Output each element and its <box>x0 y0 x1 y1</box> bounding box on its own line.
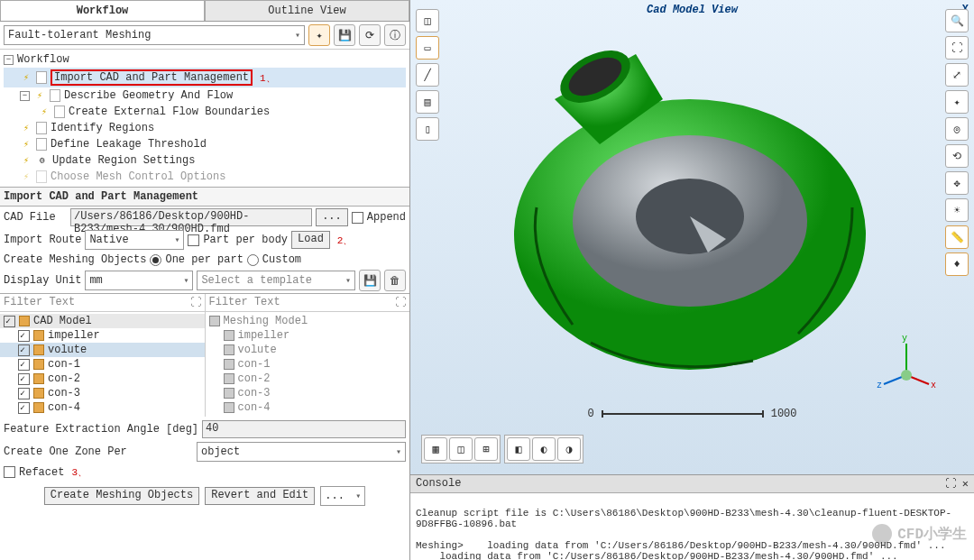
box-icon[interactable]: ▭ <box>416 36 439 60</box>
view-mode-icon[interactable]: ⊞ <box>474 437 498 461</box>
item-checkbox[interactable] <box>18 373 30 385</box>
cad-model-label: CAD Model <box>33 315 92 327</box>
measure-icon[interactable]: 📏 <box>945 225 969 249</box>
angle-input[interactable]: 40 <box>202 420 406 438</box>
page-icon <box>50 89 60 102</box>
new-icon[interactable]: ✦ <box>308 24 330 46</box>
list-item[interactable]: con-2 <box>0 372 205 386</box>
preset-combo[interactable]: Fault-tolerant Meshing <box>4 25 305 45</box>
page-icon[interactable]: ▯ <box>416 117 439 141</box>
cad-model-checkbox[interactable] <box>4 316 15 327</box>
list-item[interactable]: volute <box>206 343 410 357</box>
load-button[interactable]: Load <box>291 231 330 249</box>
line-icon[interactable]: ╱ <box>416 63 439 87</box>
tree-item-describe[interactable]: − ⚡ Describe Geometry And Flow <box>4 87 406 104</box>
zoom-area-icon[interactable]: ⛶ <box>945 36 969 60</box>
tree-item-update-region[interactable]: ⚡ ⚙ Update Region Settings <box>4 152 406 169</box>
refresh-icon[interactable]: ⟳ <box>359 24 381 46</box>
filter-text[interactable]: Filter Text <box>4 296 75 309</box>
cube-view-icon[interactable]: ◫ <box>416 9 439 32</box>
cad-viewer[interactable]: Cad Model View X ◫ ▭ ╱ ▤ ▯ 🔍 ⛶ ⤢ ✦ ◎ ⟲ ✥… <box>410 0 974 474</box>
save-icon[interactable]: 💾 <box>334 24 355 46</box>
fit-icon[interactable]: ⤢ <box>945 63 969 87</box>
zone-combo[interactable]: object <box>197 442 406 462</box>
info-icon[interactable]: ⓘ <box>384 24 406 46</box>
doc-icon[interactable]: ▤ <box>416 90 439 114</box>
gear-icon: ⚙ <box>36 154 49 167</box>
tab-workflow[interactable]: Workflow <box>0 0 205 21</box>
browse-button[interactable]: ... <box>316 208 348 226</box>
part-per-body-label: Part per body <box>203 234 288 246</box>
list-item[interactable]: con-4 <box>206 400 410 415</box>
tree-item-import-cad[interactable]: ⚡ Import CAD and Part Management 1、 <box>4 68 406 87</box>
cad-file-label: CAD File <box>4 211 67 224</box>
list-item[interactable]: volute <box>0 343 205 357</box>
bolt-icon: ⚡ <box>33 89 46 102</box>
light-icon[interactable]: ☀ <box>945 198 969 222</box>
refacet-checkbox[interactable] <box>4 466 15 478</box>
revert-edit-button[interactable]: Revert and Edit <box>205 487 315 505</box>
list-item[interactable]: impeller <box>0 328 205 343</box>
shade-icon[interactable]: ◧ <box>507 437 530 461</box>
one-per-part-radio[interactable] <box>150 254 161 266</box>
axis-icon[interactable]: ✦ <box>945 90 969 114</box>
cube-icon <box>224 402 234 413</box>
console-body[interactable]: Cleanup script file is C:\Users\86186\De… <box>410 493 974 560</box>
list-item[interactable]: con-4 <box>0 400 205 415</box>
shield-icon[interactable]: ♦ <box>945 252 969 276</box>
shade-icon[interactable]: ◑ <box>557 437 581 461</box>
part-per-body-checkbox[interactable] <box>188 234 199 246</box>
move-icon[interactable]: ✥ <box>945 171 969 195</box>
zone-value: object <box>201 445 240 458</box>
tree-item-mesh-options[interactable]: ⚡ Choose Mesh Control Options <box>4 169 406 185</box>
cube-icon <box>33 402 44 413</box>
item-checkbox[interactable] <box>18 344 30 356</box>
cube-icon <box>33 388 44 399</box>
item-label: impeller <box>48 329 100 342</box>
expand-icon[interactable]: ⛶ <box>395 296 406 309</box>
item-checkbox[interactable] <box>18 402 30 414</box>
meshing-model-header[interactable]: Meshing Model <box>206 314 410 328</box>
list-item[interactable]: con-2 <box>206 372 410 386</box>
create-meshing-objects-button[interactable]: Create Meshing Objects <box>44 487 199 505</box>
page-icon <box>54 106 65 118</box>
filter-text[interactable]: Filter Text <box>209 296 280 309</box>
template-combo[interactable]: Select a template <box>197 271 355 290</box>
tree-item-boundaries[interactable]: ⚡ Create External Flow Boundaries <box>4 104 406 120</box>
view-mode-icon[interactable]: ▦ <box>424 437 447 461</box>
expand-icon[interactable]: ⛶ <box>190 296 201 309</box>
rotate-icon[interactable]: ⟲ <box>945 144 969 168</box>
view-mode-icon[interactable]: ◫ <box>449 437 473 461</box>
zone-label: Create One Zone Per <box>4 445 193 458</box>
tree-item-label: Choose Mesh Control Options <box>51 170 225 183</box>
tree-item-leakage[interactable]: ⚡ Define Leakage Threshold <box>4 136 406 152</box>
append-checkbox[interactable] <box>352 212 363 224</box>
cad-model-header[interactable]: CAD Model <box>0 314 205 328</box>
more-combo[interactable]: ... <box>320 486 365 506</box>
list-item[interactable]: con-1 <box>206 357 410 372</box>
angle-label: Feature Extraction Angle [deg] <box>4 423 198 436</box>
axis-triad[interactable]: x y z <box>875 330 938 393</box>
import-route-combo[interactable]: Native <box>85 230 184 250</box>
tree-collapse-icon[interactable]: − <box>4 55 14 65</box>
save-template-icon[interactable]: 💾 <box>359 270 381 291</box>
cad-file-input[interactable]: /Users/86186/Desktop/900HD-B233/mesh-4.3… <box>70 208 312 226</box>
shade-icon[interactable]: ◐ <box>532 437 556 461</box>
probe-icon[interactable]: ◎ <box>945 117 969 141</box>
tree-collapse-icon[interactable]: − <box>20 91 30 101</box>
list-item[interactable]: impeller <box>206 328 410 343</box>
zoom-icon[interactable]: 🔍 <box>945 9 969 32</box>
list-item[interactable]: con-3 <box>0 386 205 400</box>
list-item[interactable]: con-1 <box>0 357 205 372</box>
list-item[interactable]: con-3 <box>206 386 410 400</box>
item-checkbox[interactable] <box>18 330 30 342</box>
custom-radio[interactable] <box>247 254 259 266</box>
item-checkbox[interactable] <box>18 388 30 399</box>
tree-item-regions[interactable]: ⚡ Identify Regions <box>4 120 406 136</box>
delete-template-icon[interactable]: 🗑 <box>384 270 406 291</box>
scale-max: 1000 <box>771 408 797 420</box>
console-expand-icon[interactable]: ⛶ ✕ <box>945 477 969 491</box>
tab-outline[interactable]: Outline View <box>205 0 409 21</box>
display-unit-combo[interactable]: mm <box>85 271 193 290</box>
item-checkbox[interactable] <box>18 359 30 371</box>
